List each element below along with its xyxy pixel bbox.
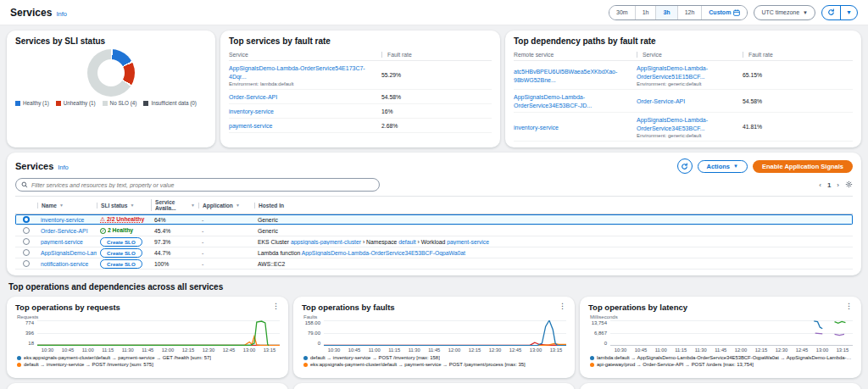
service-name-link[interactable]: inventory-service	[41, 217, 84, 223]
legend-label: No SLO (4)	[110, 100, 137, 106]
sli-status-card: Services by SLI status Healthy (1)Unheal…	[7, 31, 215, 147]
main-content: Services by SLI status Healthy (1)Unheal…	[0, 25, 868, 389]
service-name-link[interactable]: notification-service	[41, 261, 88, 267]
services-info-link[interactable]: Info	[58, 164, 69, 171]
page-info-link[interactable]: Info	[56, 10, 67, 18]
chart-legend-item[interactable]: api-gateway/prod → Order-Service-API → P…	[590, 362, 754, 368]
enable-application-signals-button[interactable]: Enable Application Signals	[753, 160, 853, 173]
kebab-menu-icon[interactable]: ⋮	[272, 303, 280, 309]
service-name-link[interactable]: Order-Service-API	[41, 228, 88, 234]
legend-label: Insufficient data (0)	[151, 100, 196, 106]
filter-icon[interactable]: ▼	[131, 203, 135, 208]
chart-legend-item[interactable]: default → inventory-service → POST /inve…	[17, 362, 153, 368]
hosted-in-cell: EKS Cluster appsignals-payment-cluster ›…	[254, 239, 853, 245]
x-tick: 11:15	[388, 347, 400, 353]
current-page[interactable]: 1	[827, 181, 831, 189]
service-name-link[interactable]: payment-service	[41, 239, 83, 245]
chart-legend-item[interactable]: lambda:default → AppSignalsDemo-Lambda-O…	[590, 355, 853, 361]
kebab-menu-icon[interactable]: ⋮	[559, 303, 566, 309]
chart-legend-item[interactable]: eks:appsignals-payment-cluster/default →…	[17, 355, 211, 361]
chart-top-operations-by-requests: Top operations by requests ⋮ Requests 77…	[7, 297, 288, 378]
remote-service-link[interactable]: inventory-service	[514, 125, 559, 131]
timezone-select[interactable]: UTC timezone ▼	[754, 5, 815, 20]
time-range-custom[interactable]: Custom	[701, 6, 747, 19]
th-application[interactable]: Application▼	[198, 203, 254, 208]
hosted-in-text: Generic	[258, 228, 278, 234]
th-sli-status[interactable]: SLI status▼	[97, 203, 151, 208]
table-row[interactable]: Order-Service-API ✓ 2 Healthy 45.4% - Ge…	[15, 225, 853, 236]
chart-top-dependency-paths-by-requests: Top dependency paths by requests ⋮ Reque…	[7, 383, 288, 389]
x-axis-ticks: 10:3010:4511:0011:1511:3011:4512:0012:15…	[37, 347, 280, 353]
row-radio[interactable]	[23, 249, 30, 256]
col-remote-service: Remote service	[514, 52, 637, 58]
next-page-button[interactable]: ›	[837, 181, 839, 189]
actions-button[interactable]: Actions ▼	[698, 160, 748, 173]
filter-icon[interactable]: ▼	[236, 203, 240, 208]
chevron-down-icon: ▼	[733, 164, 738, 169]
hosted-in-link[interactable]: default	[398, 239, 415, 245]
top-dependency-row: AppSignalsDemo-Lambda-OrderService34E53B…	[514, 90, 853, 113]
top-service-row: AppSignalsDemo-Lambda-OrderService54E173…	[229, 61, 492, 90]
service-link[interactable]: AppSignalsDemo-Lambda-OrderService51E15B…	[637, 65, 708, 80]
table-row[interactable]: AppSignalsDemo-Lam... Create SLO 44.7% -…	[15, 247, 853, 258]
table-row[interactable]: notification-service Create SLO 100% - A…	[15, 258, 853, 270]
time-range-12h[interactable]: 12h	[677, 6, 702, 19]
fault-rate-bar	[409, 72, 492, 78]
legend-swatch	[143, 101, 148, 106]
hosted-in-link[interactable]: appsignals-payment-cluster	[291, 239, 361, 245]
remote-service-link[interactable]: atc5HBvBPEU6Ui5BWaea5eXKbdXao-98bWG52Bne…	[514, 69, 617, 83]
create-slo-button[interactable]: Create SLO	[100, 259, 142, 269]
x-tick: 10:45	[62, 347, 75, 353]
refresh-icon[interactable]	[822, 6, 840, 19]
refresh-options-chevron-icon[interactable]: ▼	[840, 6, 857, 19]
legend-swatch	[15, 101, 20, 106]
filter-icon[interactable]: ▼	[191, 203, 195, 208]
x-tick: 11:00	[82, 347, 94, 353]
chart-legend-item[interactable]: eks:appsignals-payment-cluster/default →…	[303, 362, 526, 368]
hosted-in-link[interactable]: AppSignalsDemo-Lambda-OrderService34E53B…	[302, 250, 465, 256]
remote-service-link[interactable]: AppSignalsDemo-Lambda-OrderService34E53B…	[514, 94, 592, 108]
service-link[interactable]: inventory-service	[229, 108, 274, 114]
legend-label: eks:appsignals-payment-cluster/default →…	[310, 362, 526, 368]
line-series	[324, 320, 566, 346]
service-link[interactable]: AppSignalsDemo-Lambda-OrderService34E53B…	[637, 117, 708, 131]
service-name-link[interactable]: AppSignalsDemo-Lam...	[41, 250, 97, 256]
actions-label: Actions	[707, 163, 731, 170]
fault-rate-value: 65.15%	[743, 72, 766, 78]
hosted-in-text: Lambda function	[258, 250, 302, 256]
legend-dot	[303, 356, 308, 360]
availability-value: 100%	[151, 261, 198, 267]
create-slo-button[interactable]: Create SLO	[100, 248, 142, 258]
time-range-30m[interactable]: 30m	[609, 6, 635, 19]
prev-page-button[interactable]: ‹	[819, 181, 821, 189]
services-search-input[interactable]	[31, 182, 374, 188]
chart-legend-item[interactable]: default → inventory-service → POST /inve…	[303, 355, 440, 361]
table-row[interactable]: inventory-service ⚠ 2/2 Unhealthy 64% - …	[15, 214, 853, 225]
th-name[interactable]: Name▼	[37, 203, 97, 208]
check-circle-icon: ✓	[100, 228, 106, 234]
application-value: -	[198, 217, 254, 223]
table-refresh-button[interactable]	[677, 158, 693, 174]
row-radio[interactable]	[23, 216, 30, 223]
kebab-menu-icon[interactable]: ⋮	[845, 303, 853, 309]
table-row[interactable]: payment-service Create SLO 97.3% - EKS C…	[15, 236, 853, 247]
fault-rate-value: 54.58%	[743, 98, 766, 104]
hosted-in-link[interactable]: payment-service	[447, 239, 489, 245]
table-settings-gear-icon[interactable]	[845, 181, 853, 190]
row-radio[interactable]	[23, 238, 30, 245]
x-tick: 10:30	[42, 347, 54, 353]
filter-icon[interactable]: ▼	[59, 203, 64, 208]
x-tick: 12:15	[182, 347, 195, 353]
sli-status-unhealthy[interactable]: ⚠ 2/2 Unhealthy	[100, 216, 144, 222]
time-range-1h[interactable]: 1h	[635, 6, 656, 19]
row-radio[interactable]	[23, 260, 30, 267]
row-radio[interactable]	[23, 227, 30, 234]
services-table: Name▼ SLI status▼ Service Availa...▼ App…	[15, 196, 853, 270]
service-link[interactable]: Order-Service-API	[229, 94, 277, 100]
th-availability[interactable]: Service Availa...▼	[151, 199, 198, 211]
service-link[interactable]: payment-service	[229, 123, 272, 129]
service-link[interactable]: Order-Service-API	[637, 98, 685, 104]
time-range-3h[interactable]: 3h	[655, 6, 676, 19]
service-link[interactable]: AppSignalsDemo-Lambda-OrderService54E173…	[229, 65, 365, 80]
create-slo-button[interactable]: Create SLO	[100, 237, 142, 247]
